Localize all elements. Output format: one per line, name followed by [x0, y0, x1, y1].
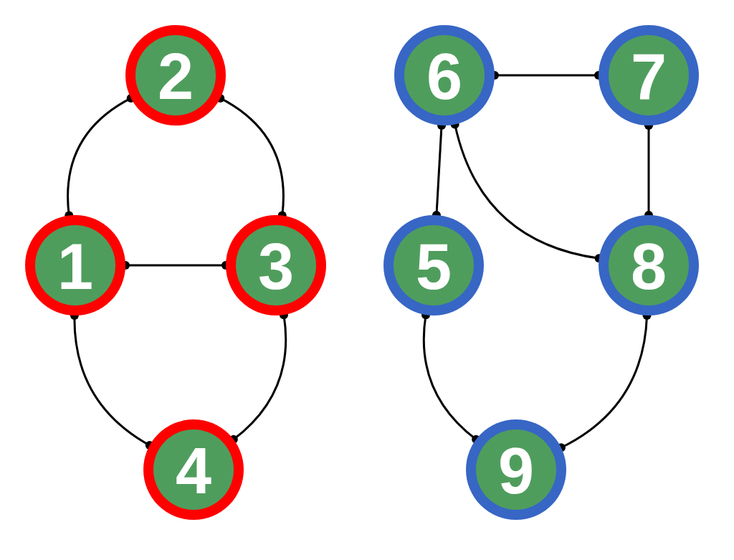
node-7: 7 [599, 25, 699, 125]
node-5: 5 [383, 215, 484, 315]
node-2: 2 [125, 25, 226, 125]
node-3: 3 [226, 215, 326, 315]
node-label: 7 [631, 41, 667, 113]
node-layer: 123456789 [25, 25, 699, 520]
node-8: 8 [599, 215, 699, 315]
edge-n5-n6 [437, 125, 442, 215]
node-label: 3 [258, 231, 294, 303]
edge-n1-n4 [75, 315, 150, 445]
edge-n1-n2 [68, 98, 131, 216]
node-6: 6 [394, 25, 495, 125]
node-1: 1 [25, 215, 125, 315]
edge-n3-n4 [234, 315, 286, 440]
node-label: 8 [631, 231, 667, 303]
node-label: 2 [158, 41, 194, 113]
node-label: 6 [426, 41, 462, 113]
node-4: 4 [143, 419, 244, 520]
node-label: 9 [498, 435, 534, 507]
node-label: 5 [416, 231, 452, 303]
edge-layer [65, 71, 653, 452]
edge-n2-n3 [220, 98, 283, 216]
graph-diagram: 123456789 [0, 0, 734, 560]
node-label: 1 [57, 231, 93, 303]
edge-n8-n9 [561, 315, 647, 447]
edge-n5-n9 [424, 315, 476, 440]
node-9: 9 [466, 419, 566, 520]
node-label: 4 [176, 435, 211, 507]
edge-n6-n8 [455, 124, 599, 258]
